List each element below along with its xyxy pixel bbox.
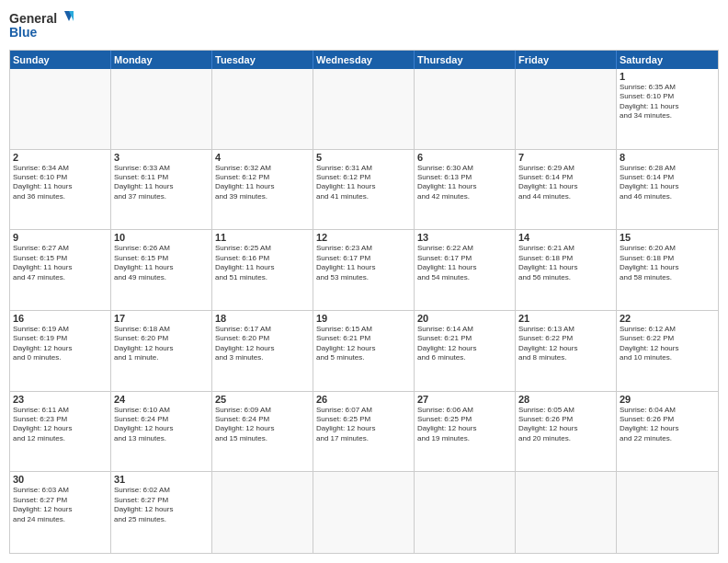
day-number: 15 xyxy=(620,232,715,243)
cal-cell xyxy=(10,69,111,149)
day-info: Sunrise: 6:30 AM Sunset: 6:13 PM Dayligh… xyxy=(417,164,512,202)
day-number: 5 xyxy=(316,152,411,163)
cal-cell: 12Sunrise: 6:23 AM Sunset: 6:17 PM Dayli… xyxy=(313,230,415,310)
day-info: Sunrise: 6:18 AM Sunset: 6:20 PM Dayligh… xyxy=(114,325,209,363)
cal-cell xyxy=(617,472,718,553)
cal-cell: 11Sunrise: 6:25 AM Sunset: 6:16 PM Dayli… xyxy=(212,230,313,310)
day-number: 19 xyxy=(316,313,411,324)
cal-cell xyxy=(313,69,415,149)
day-info: Sunrise: 6:20 AM Sunset: 6:18 PM Dayligh… xyxy=(620,244,715,282)
cal-cell xyxy=(415,472,516,553)
cal-cell: 13Sunrise: 6:22 AM Sunset: 6:17 PM Dayli… xyxy=(415,230,516,310)
day-info: Sunrise: 6:09 AM Sunset: 6:24 PM Dayligh… xyxy=(215,406,310,444)
day-number: 21 xyxy=(518,313,613,324)
cal-cell: 16Sunrise: 6:19 AM Sunset: 6:19 PM Dayli… xyxy=(10,311,111,391)
day-number: 8 xyxy=(620,152,715,163)
day-number: 10 xyxy=(114,232,209,243)
day-number: 18 xyxy=(215,313,310,324)
day-number: 20 xyxy=(417,313,512,324)
day-info: Sunrise: 6:32 AM Sunset: 6:12 PM Dayligh… xyxy=(215,164,310,202)
day-number: 25 xyxy=(215,394,310,405)
day-info: Sunrise: 6:03 AM Sunset: 6:27 PM Dayligh… xyxy=(13,486,108,524)
day-info: Sunrise: 6:10 AM Sunset: 6:24 PM Dayligh… xyxy=(114,406,209,444)
calendar-row-1: 2Sunrise: 6:34 AM Sunset: 6:10 PM Daylig… xyxy=(10,150,718,231)
day-info: Sunrise: 6:02 AM Sunset: 6:27 PM Dayligh… xyxy=(114,486,209,524)
calendar-body: 1Sunrise: 6:35 AM Sunset: 6:10 PM Daylig… xyxy=(10,69,718,553)
day-number: 29 xyxy=(620,394,715,405)
svg-text:General: General xyxy=(9,11,57,26)
logo: General Blue xyxy=(9,9,74,44)
cal-cell xyxy=(313,472,415,553)
day-number: 3 xyxy=(114,152,209,163)
cal-cell: 4Sunrise: 6:32 AM Sunset: 6:12 PM Daylig… xyxy=(212,150,313,230)
cal-cell: 6Sunrise: 6:30 AM Sunset: 6:13 PM Daylig… xyxy=(415,150,516,230)
cal-cell: 23Sunrise: 6:11 AM Sunset: 6:23 PM Dayli… xyxy=(10,392,111,472)
day-info: Sunrise: 6:22 AM Sunset: 6:17 PM Dayligh… xyxy=(417,244,512,282)
weekday-header-tuesday: Tuesday xyxy=(212,51,313,69)
cal-cell: 18Sunrise: 6:17 AM Sunset: 6:20 PM Dayli… xyxy=(212,311,313,391)
cal-cell: 26Sunrise: 6:07 AM Sunset: 6:25 PM Dayli… xyxy=(313,392,415,472)
weekday-header-wednesday: Wednesday xyxy=(313,51,415,69)
cal-cell xyxy=(111,69,212,149)
day-info: Sunrise: 6:04 AM Sunset: 6:26 PM Dayligh… xyxy=(620,406,715,444)
weekday-header-thursday: Thursday xyxy=(415,51,516,69)
day-info: Sunrise: 6:07 AM Sunset: 6:25 PM Dayligh… xyxy=(316,406,411,444)
day-info: Sunrise: 6:11 AM Sunset: 6:23 PM Dayligh… xyxy=(13,406,108,444)
day-number: 23 xyxy=(13,394,108,405)
cal-cell: 31Sunrise: 6:02 AM Sunset: 6:27 PM Dayli… xyxy=(111,472,212,553)
day-number: 12 xyxy=(316,232,411,243)
cal-cell xyxy=(415,69,516,149)
day-info: Sunrise: 6:12 AM Sunset: 6:22 PM Dayligh… xyxy=(620,325,715,363)
cal-cell: 2Sunrise: 6:34 AM Sunset: 6:10 PM Daylig… xyxy=(10,150,111,230)
weekday-header-saturday: Saturday xyxy=(617,51,718,69)
day-number: 17 xyxy=(114,313,209,324)
cal-cell xyxy=(212,69,313,149)
generalblue-logo-icon: General Blue xyxy=(9,9,74,44)
cal-cell: 28Sunrise: 6:05 AM Sunset: 6:26 PM Dayli… xyxy=(516,392,617,472)
cal-cell: 22Sunrise: 6:12 AM Sunset: 6:22 PM Dayli… xyxy=(617,311,718,391)
cal-cell: 29Sunrise: 6:04 AM Sunset: 6:26 PM Dayli… xyxy=(617,392,718,472)
day-info: Sunrise: 6:35 AM Sunset: 6:10 PM Dayligh… xyxy=(620,83,715,121)
day-info: Sunrise: 6:19 AM Sunset: 6:19 PM Dayligh… xyxy=(13,325,108,363)
day-info: Sunrise: 6:21 AM Sunset: 6:18 PM Dayligh… xyxy=(518,244,613,282)
calendar-row-3: 16Sunrise: 6:19 AM Sunset: 6:19 PM Dayli… xyxy=(10,311,718,392)
cal-cell xyxy=(212,472,313,553)
weekday-header-sunday: Sunday xyxy=(10,51,111,69)
day-number: 26 xyxy=(316,394,411,405)
cal-cell xyxy=(516,472,617,553)
calendar-row-0: 1Sunrise: 6:35 AM Sunset: 6:10 PM Daylig… xyxy=(10,69,718,150)
day-number: 13 xyxy=(417,232,512,243)
page: General Blue SundayMondayTuesdayWednesda… xyxy=(0,0,728,563)
day-info: Sunrise: 6:06 AM Sunset: 6:25 PM Dayligh… xyxy=(417,406,512,444)
day-number: 16 xyxy=(13,313,108,324)
cal-cell: 24Sunrise: 6:10 AM Sunset: 6:24 PM Dayli… xyxy=(111,392,212,472)
day-info: Sunrise: 6:29 AM Sunset: 6:14 PM Dayligh… xyxy=(518,164,613,202)
day-number: 11 xyxy=(215,232,310,243)
calendar-header: SundayMondayTuesdayWednesdayThursdayFrid… xyxy=(10,51,718,69)
cal-cell: 25Sunrise: 6:09 AM Sunset: 6:24 PM Dayli… xyxy=(212,392,313,472)
day-info: Sunrise: 6:05 AM Sunset: 6:26 PM Dayligh… xyxy=(518,406,613,444)
cal-cell: 14Sunrise: 6:21 AM Sunset: 6:18 PM Dayli… xyxy=(516,230,617,310)
day-number: 22 xyxy=(620,313,715,324)
cal-cell: 15Sunrise: 6:20 AM Sunset: 6:18 PM Dayli… xyxy=(617,230,718,310)
day-number: 31 xyxy=(114,474,209,485)
day-number: 24 xyxy=(114,394,209,405)
day-info: Sunrise: 6:23 AM Sunset: 6:17 PM Dayligh… xyxy=(316,244,411,282)
day-number: 28 xyxy=(518,394,613,405)
calendar-row-2: 9Sunrise: 6:27 AM Sunset: 6:15 PM Daylig… xyxy=(10,230,718,311)
day-number: 27 xyxy=(417,394,512,405)
cal-cell: 1Sunrise: 6:35 AM Sunset: 6:10 PM Daylig… xyxy=(617,69,718,149)
day-info: Sunrise: 6:14 AM Sunset: 6:21 PM Dayligh… xyxy=(417,325,512,363)
cal-cell: 10Sunrise: 6:26 AM Sunset: 6:15 PM Dayli… xyxy=(111,230,212,310)
cal-cell: 20Sunrise: 6:14 AM Sunset: 6:21 PM Dayli… xyxy=(415,311,516,391)
cal-cell: 3Sunrise: 6:33 AM Sunset: 6:11 PM Daylig… xyxy=(111,150,212,230)
day-info: Sunrise: 6:33 AM Sunset: 6:11 PM Dayligh… xyxy=(114,164,209,202)
cal-cell: 9Sunrise: 6:27 AM Sunset: 6:15 PM Daylig… xyxy=(10,230,111,310)
cal-cell xyxy=(516,69,617,149)
cal-cell: 17Sunrise: 6:18 AM Sunset: 6:20 PM Dayli… xyxy=(111,311,212,391)
day-info: Sunrise: 6:15 AM Sunset: 6:21 PM Dayligh… xyxy=(316,325,411,363)
cal-cell: 5Sunrise: 6:31 AM Sunset: 6:12 PM Daylig… xyxy=(313,150,415,230)
cal-cell: 27Sunrise: 6:06 AM Sunset: 6:25 PM Dayli… xyxy=(415,392,516,472)
weekday-header-monday: Monday xyxy=(111,51,212,69)
calendar-row-4: 23Sunrise: 6:11 AM Sunset: 6:23 PM Dayli… xyxy=(10,392,718,473)
